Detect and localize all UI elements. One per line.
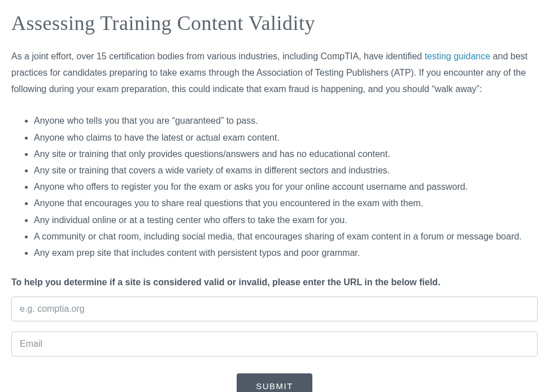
list-item: Anyone who claims to have the latest or … (34, 130, 538, 145)
list-item: Anyone who offers to register you for th… (34, 179, 538, 194)
list-item: Any individual online or at a testing ce… (34, 212, 538, 228)
list-item: Any exam prep site that includes content… (34, 245, 538, 260)
list-item: Anyone that encourages you to share real… (34, 195, 538, 211)
form-prompt: To help you determine if a site is consi… (11, 277, 538, 288)
list-item: A community or chat room, including soci… (34, 229, 538, 244)
list-item: Any site or training that covers a wide … (34, 163, 538, 178)
url-input[interactable] (11, 297, 538, 321)
submit-button[interactable]: SUBMIT (237, 373, 312, 392)
intro-text-part1: As a joint effort, over 15 certification… (11, 51, 425, 61)
testing-guidance-link[interactable]: testing guidance (425, 51, 491, 61)
intro-paragraph: As a joint effort, over 15 certification… (11, 49, 538, 97)
list-item: Any site or training that only provides … (34, 146, 538, 162)
email-input[interactable] (11, 332, 538, 356)
list-item: Anyone who tells you that you are “guara… (34, 113, 538, 128)
page-title: Assessing Training Content Validity (11, 11, 538, 35)
submit-row: SUBMIT (11, 373, 538, 392)
warning-list: Anyone who tells you that you are “guara… (11, 113, 538, 260)
